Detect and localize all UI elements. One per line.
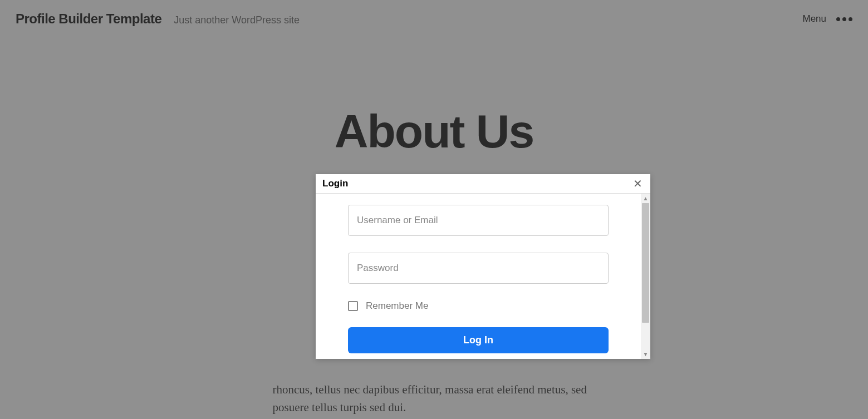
close-icon[interactable]: ✕ [632,178,644,189]
remember-me-checkbox[interactable] [348,301,358,311]
username-input[interactable] [348,205,609,236]
scrollbar-track[interactable]: ▲ ▼ [641,194,650,359]
scrollbar-thumb[interactable] [642,203,649,323]
password-input[interactable] [348,253,609,284]
remember-me-row: Remember Me [348,300,609,312]
login-modal: Login ✕ Remember Me Log In ▲ ▼ [316,174,650,359]
login-button[interactable]: Log In [348,327,609,353]
remember-me-label[interactable]: Remember Me [366,300,428,312]
modal-body: Remember Me Log In [316,194,641,359]
modal-header: Login ✕ [316,174,650,194]
scroll-up-arrow-icon[interactable]: ▲ [641,194,650,203]
scroll-down-arrow-icon[interactable]: ▼ [641,349,650,359]
modal-body-wrapper: Remember Me Log In ▲ ▼ [316,194,650,359]
modal-title: Login [322,178,348,189]
